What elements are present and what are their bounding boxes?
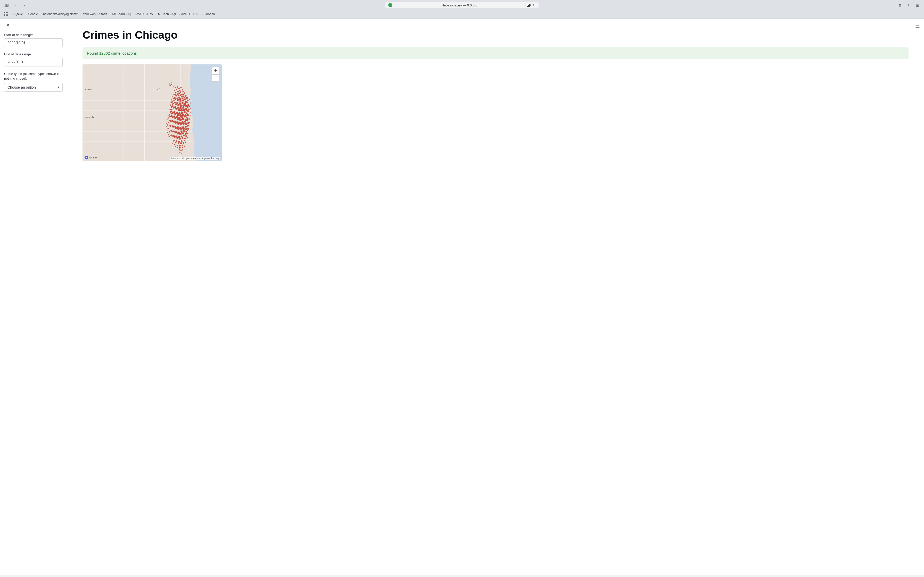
svg-point-99 <box>181 102 184 104</box>
svg-point-68 <box>175 92 177 93</box>
svg-point-106 <box>178 104 179 106</box>
svg-point-230 <box>181 140 183 142</box>
svg-point-262 <box>190 108 191 109</box>
crime-type-group: Crime types (all crime types shown if no… <box>4 72 63 92</box>
svg-point-159 <box>170 116 171 117</box>
svg-point-190 <box>180 128 182 131</box>
svg-point-71 <box>177 93 179 95</box>
svg-point-152 <box>187 118 189 120</box>
svg-point-123 <box>175 108 178 110</box>
svg-point-77 <box>178 97 180 98</box>
svg-point-157 <box>174 117 176 119</box>
svg-point-210 <box>169 131 170 133</box>
svg-point-241 <box>179 145 181 147</box>
svg-point-60 <box>179 90 181 91</box>
svg-point-80 <box>172 96 173 97</box>
bookmark-mi-board[interactable]: MI Board - Ag... - AVITO JIRA <box>110 11 155 17</box>
svg-point-50 <box>169 84 170 84</box>
svg-point-276 <box>167 132 168 133</box>
svg-point-217 <box>183 135 185 136</box>
svg-point-247 <box>175 146 176 147</box>
svg-point-111 <box>172 105 173 107</box>
svg-point-176 <box>170 120 171 122</box>
svg-point-137 <box>182 114 184 116</box>
forward-btn[interactable]: › <box>21 2 28 9</box>
svg-point-64 <box>183 91 184 92</box>
svg-point-175 <box>173 121 174 122</box>
svg-point-208 <box>174 132 176 134</box>
svg-point-51 <box>174 85 175 85</box>
end-date-input[interactable] <box>4 58 63 66</box>
svg-point-200 <box>181 131 183 133</box>
mapbox-logo-text: mapbox <box>89 156 97 159</box>
svg-point-63 <box>180 92 181 93</box>
svg-point-90 <box>179 100 181 102</box>
close-sidebar-btn[interactable]: ✕ <box>4 22 11 29</box>
svg-point-139 <box>177 114 179 116</box>
svg-point-259 <box>190 103 191 103</box>
svg-point-270 <box>166 122 167 124</box>
address-bar[interactable]: Небезопасно — 0.0.0.0 ↻ <box>384 2 540 8</box>
svg-point-82 <box>177 98 178 100</box>
svg-point-248 <box>179 150 180 151</box>
svg-point-266 <box>168 115 170 116</box>
start-date-label: Start of date range: <box>4 33 63 37</box>
svg-point-110 <box>170 105 171 106</box>
bookmark-notebooks[interactable]: notebooks/dizvyagintsev/ <box>41 11 80 17</box>
new-tab-btn[interactable]: + <box>905 2 912 9</box>
svg-point-233 <box>183 142 184 144</box>
back-btn[interactable]: ‹ <box>12 2 19 9</box>
found-locations-text: Found 12862 crime locations <box>87 51 137 55</box>
svg-point-154 <box>182 118 184 120</box>
svg-point-188 <box>185 128 187 131</box>
zoom-out-btn[interactable]: − <box>212 74 219 82</box>
svg-point-155 <box>179 118 182 121</box>
svg-point-76 <box>181 96 183 98</box>
svg-point-126 <box>170 109 171 110</box>
svg-point-250 <box>182 150 183 150</box>
svg-point-271 <box>189 122 190 123</box>
svg-point-239 <box>174 144 176 145</box>
crime-type-select[interactable]: Choose an option THEFT BATTERY CRIMINAL … <box>4 83 63 92</box>
sidebar-toggle-btn[interactable]: ▦ <box>3 2 10 9</box>
svg-point-277 <box>186 133 187 134</box>
bookmark-kinolab[interactable]: Кинолаб <box>200 11 217 17</box>
zoom-in-btn[interactable]: + <box>212 67 219 74</box>
bookmark-mi-tech[interactable]: MI Tech - Agi... - AVITO JIRA <box>156 11 200 17</box>
refresh-icon[interactable]: ↻ <box>533 3 536 7</box>
svg-point-219 <box>187 137 188 139</box>
svg-point-54 <box>159 88 160 89</box>
svg-point-93 <box>173 98 174 99</box>
svg-point-254 <box>175 93 176 95</box>
svg-point-253 <box>178 95 179 96</box>
nav-buttons: ‹ › <box>12 2 28 9</box>
bookmark-yandex[interactable]: Яндекс <box>10 11 25 17</box>
bookmark-stash[interactable]: Your work - Stash <box>81 11 109 17</box>
map-container: Wilmette Glenview Mount Prospect Evansto… <box>82 64 222 161</box>
start-date-input[interactable] <box>4 39 63 47</box>
svg-point-98 <box>179 103 181 105</box>
svg-point-225 <box>172 135 173 137</box>
bookmark-google[interactable]: Google <box>26 11 40 17</box>
svg-point-194 <box>170 126 171 127</box>
apps-icon[interactable] <box>3 11 9 17</box>
svg-point-109 <box>171 102 172 103</box>
svg-point-55 <box>175 87 176 89</box>
svg-point-61 <box>176 89 177 90</box>
svg-point-269 <box>189 118 191 120</box>
svg-point-263 <box>171 109 173 110</box>
svg-point-209 <box>172 131 173 132</box>
svg-point-49 <box>173 86 174 87</box>
share-btn[interactable]: ⬆ <box>896 2 903 9</box>
svg-point-94 <box>171 100 172 100</box>
svg-point-274 <box>166 130 168 131</box>
grid-view-btn[interactable]: ⊞ <box>914 2 921 9</box>
svg-point-65 <box>184 92 185 94</box>
hamburger-menu-btn[interactable]: ☰ <box>915 23 920 29</box>
svg-point-158 <box>172 116 174 118</box>
svg-point-52 <box>171 82 172 83</box>
svg-point-133 <box>186 113 188 114</box>
svg-point-240 <box>177 145 178 146</box>
svg-point-205 <box>182 132 184 134</box>
svg-point-167 <box>184 121 186 122</box>
